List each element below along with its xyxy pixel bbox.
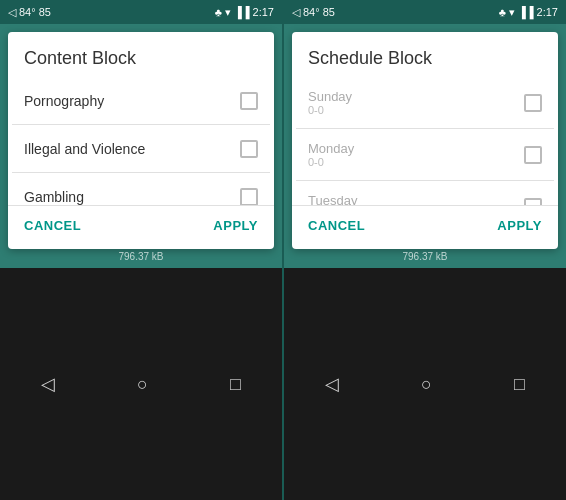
- left-temp1: 84°: [19, 6, 36, 18]
- schedule-block-actions: CANCEL APPLY: [292, 205, 558, 249]
- right-recent-button[interactable]: □: [514, 374, 525, 395]
- content-block-title: Content Block: [8, 32, 274, 77]
- schedule-block-cancel-button[interactable]: CANCEL: [304, 210, 369, 241]
- right-temp2: 85: [323, 6, 335, 18]
- right-time: 2:17: [537, 6, 558, 18]
- content-block-cancel-button[interactable]: CANCEL: [20, 210, 85, 241]
- item-label: Pornography: [24, 93, 240, 109]
- right-bluetooth-icon: ♣: [499, 6, 506, 18]
- day-sublabel: 0-0: [308, 104, 524, 116]
- recent-button[interactable]: □: [230, 374, 241, 395]
- schedule-block-list: Sunday 0-0 Monday 0-0: [292, 77, 558, 205]
- right-back-button[interactable]: ◁: [325, 373, 339, 395]
- item-label: Illegal and Violence: [24, 141, 240, 157]
- left-panel: ◁ 84° 85 ♣ ▾ ▐▐ 2:17 Content Block: [0, 0, 282, 500]
- left-panel-content: Content Block Pornography Illegal and Vi…: [0, 24, 282, 268]
- schedule-block-apply-button[interactable]: APPLY: [493, 210, 546, 241]
- home-button[interactable]: ○: [137, 374, 148, 395]
- content-block-dialog: Content Block Pornography Illegal and Vi…: [8, 32, 274, 249]
- wifi-icon: ▾: [225, 6, 231, 19]
- right-temp1: 84°: [303, 6, 320, 18]
- left-time: 2:17: [253, 6, 274, 18]
- day-checkbox[interactable]: [524, 198, 542, 206]
- left-back-arrow: ◁: [8, 6, 16, 19]
- list-item[interactable]: Sunday 0-0: [296, 77, 554, 129]
- day-label: Tuesday 0-0: [308, 193, 524, 205]
- day-label: Sunday 0-0: [308, 89, 524, 116]
- left-temp2: 85: [39, 6, 51, 18]
- right-status-bar: ◁ 84° 85 ♣ ▾ ▐▐ 2:17: [284, 0, 566, 24]
- list-item[interactable]: Gambling: [12, 173, 270, 205]
- signal-icon: ▐▐: [234, 6, 250, 18]
- right-panel: ◁ 84° 85 ♣ ▾ ▐▐ 2:17 Schedule Block: [284, 0, 566, 500]
- list-item[interactable]: Tuesday 0-0: [296, 181, 554, 205]
- item-checkbox[interactable]: [240, 92, 258, 110]
- content-block-apply-button[interactable]: APPLY: [209, 210, 262, 241]
- content-block-list: Pornography Illegal and Violence Gamblin…: [8, 77, 274, 205]
- right-panel-content: Schedule Block Sunday 0-0 Monday: [284, 24, 566, 268]
- left-status-left: ◁ 84° 85: [8, 6, 51, 19]
- left-nav-bar: ◁ ○ □: [0, 268, 282, 500]
- day-checkbox[interactable]: [524, 146, 542, 164]
- day-sublabel: 0-0: [308, 156, 524, 168]
- right-footer-text: 796.37 kB: [402, 249, 447, 264]
- back-button[interactable]: ◁: [41, 373, 55, 395]
- day-label: Monday 0-0: [308, 141, 524, 168]
- right-nav-bar: ◁ ○ □: [284, 268, 566, 500]
- left-status-right: ♣ ▾ ▐▐ 2:17: [215, 6, 274, 19]
- right-signal-icon: ▐▐: [518, 6, 534, 18]
- bluetooth-icon: ♣: [215, 6, 222, 18]
- right-status-left: ◁ 84° 85: [292, 6, 335, 19]
- list-item[interactable]: Pornography: [12, 77, 270, 125]
- right-home-button[interactable]: ○: [421, 374, 432, 395]
- item-checkbox[interactable]: [240, 188, 258, 206]
- right-status-right: ♣ ▾ ▐▐ 2:17: [499, 6, 558, 19]
- right-back-arrow: ◁: [292, 6, 300, 19]
- schedule-block-dialog: Schedule Block Sunday 0-0 Monday: [292, 32, 558, 249]
- left-status-bar: ◁ 84° 85 ♣ ▾ ▐▐ 2:17: [0, 0, 282, 24]
- list-item[interactable]: Illegal and Violence: [12, 125, 270, 173]
- schedule-block-title: Schedule Block: [292, 32, 558, 77]
- right-wifi-icon: ▾: [509, 6, 515, 19]
- list-item[interactable]: Monday 0-0: [296, 129, 554, 181]
- content-block-actions: CANCEL APPLY: [8, 205, 274, 249]
- item-checkbox[interactable]: [240, 140, 258, 158]
- item-label: Gambling: [24, 189, 240, 205]
- left-footer-text: 796.37 kB: [118, 249, 163, 264]
- day-checkbox[interactable]: [524, 94, 542, 112]
